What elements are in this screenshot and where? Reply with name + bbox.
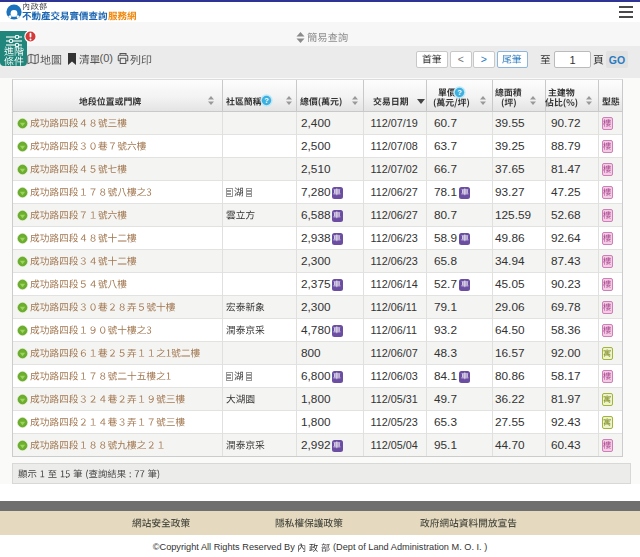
- svg-text:?: ?: [457, 88, 462, 97]
- svg-text:?: ?: [264, 96, 269, 105]
